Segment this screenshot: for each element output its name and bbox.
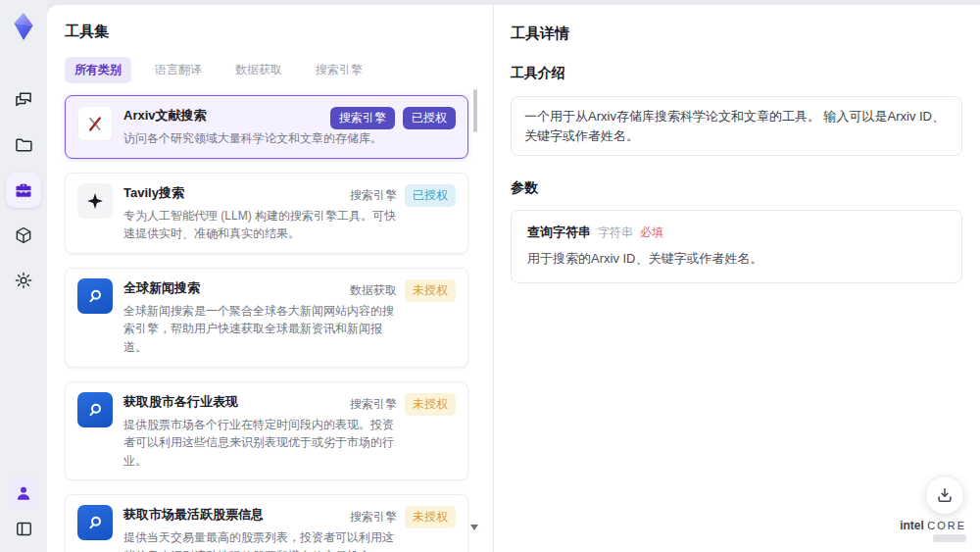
tool-intro-text: 一个用于从Arxiv存储库搜索科学论文和文章的工具。 输入可以是Arxiv ID… [524, 109, 945, 143]
sidebar [0, 0, 47, 552]
intro-section-title: 工具介绍 [511, 65, 962, 82]
tool-tags: 搜索引擎 已授权 [330, 107, 456, 129]
tool-description: 专为人工智能代理 (LLM) 构建的搜索引擎工具。可快速提供实时、准确和真实的结… [123, 207, 396, 243]
sidebar-item-collapse[interactable] [8, 513, 39, 544]
tool-detail-panel: 工具详情 工具介绍 一个用于从Arxiv存储库搜索科学论文和文章的工具。 输入可… [494, 5, 980, 552]
tool-card-list: Arxiv文献搜索 访问各个研究领域大量科学论文和文章的存储库。 搜索引擎 已授… [65, 95, 468, 552]
panel-toggle-icon [15, 520, 33, 538]
tool-card-most-active-stocks[interactable]: 获取市场最活跃股票信息 提供当天交易量最高的股票列表，投资者可以利用这些信息来识… [65, 494, 468, 552]
gear-icon [14, 271, 33, 290]
parameter-description: 用于搜索的Arxiv ID、关键字或作者姓名。 [527, 250, 946, 268]
auth-status-badge: 未授权 [405, 393, 456, 416]
tool-description: 提供当天交易量最高的股票列表，投资者可以利用这些信息来识别流动性强的股票和潜在的… [123, 528, 396, 552]
sidebar-item-chat[interactable] [6, 82, 41, 118]
detail-panel-title: 工具详情 [511, 25, 962, 43]
cube-icon [14, 226, 33, 245]
sidebar-item-files[interactable] [6, 127, 41, 163]
tool-intro-box: 一个用于从Arxiv存储库搜索科学论文和文章的工具。 输入可以是Arxiv ID… [511, 96, 962, 156]
category-tag[interactable]: 搜索引擎 [330, 107, 395, 129]
tool-tags: 搜索引擎 未授权 [350, 393, 456, 416]
toolbox-icon [14, 180, 33, 200]
tab-data-acquisition[interactable]: 数据获取 [225, 57, 292, 83]
parameter-header: 查询字符串 字符串 必填 [527, 224, 946, 241]
tool-card-sector-performance[interactable]: 获取股市各行业表现 提供股票市场各个行业在特定时间段内的表现。投资者可以利用这些… [65, 381, 468, 481]
download-icon [935, 485, 955, 505]
sidebar-item-models[interactable] [6, 218, 41, 253]
blue-search-icon [77, 505, 113, 540]
main-content: 工具集 所有类别 语言翻译 数据获取 搜索引擎 Arxiv文献搜索 访问各个研究… [47, 5, 980, 552]
auth-status-badge: 未授权 [405, 279, 456, 302]
tab-language-translation[interactable]: 语言翻译 [145, 57, 212, 83]
auth-status-badge: 已授权 [405, 184, 456, 207]
category-tag: 搜索引擎 [350, 509, 397, 526]
tool-card-arxiv[interactable]: Arxiv文献搜索 访问各个研究领域大量科学论文和文章的存储库。 搜索引擎 已授… [65, 95, 468, 159]
intel-core-logo: intel CORE [900, 519, 966, 542]
list-scrollbar-thumb[interactable] [473, 89, 477, 132]
sidebar-item-account[interactable] [8, 477, 39, 509]
parameter-card: 查询字符串 字符串 必填 用于搜索的Arxiv ID、关键字或作者姓名。 [511, 210, 962, 283]
tool-list-panel: 工具集 所有类别 语言翻译 数据获取 搜索引擎 Arxiv文献搜索 访问各个研究… [47, 5, 493, 552]
sidebar-bottom [8, 477, 39, 544]
sidebar-nav [6, 82, 41, 298]
parameter-type: 字符串 [598, 225, 633, 241]
auth-status-tag[interactable]: 已授权 [403, 107, 456, 129]
parameter-name: 查询字符串 [527, 224, 591, 241]
tool-card-tavily[interactable]: Tavily搜索 专为人工智能代理 (LLM) 构建的搜索引擎工具。可快速提供实… [65, 173, 468, 254]
page-title: 工具集 [65, 23, 493, 41]
blue-search-icon [77, 278, 113, 314]
auth-status-badge: 未授权 [405, 506, 456, 528]
sparkle-icon [77, 183, 113, 219]
category-tag: 数据获取 [350, 282, 397, 299]
tool-tags: 搜索引擎 未授权 [350, 506, 456, 528]
app-logo-icon [11, 12, 36, 41]
tool-tags: 数据获取 未授权 [350, 279, 456, 302]
download-button[interactable] [925, 476, 964, 515]
parameter-required-flag: 必填 [640, 225, 663, 241]
category-tag: 搜索引擎 [350, 187, 397, 204]
user-icon [15, 484, 32, 502]
arxiv-icon [77, 106, 113, 141]
tool-description: 提供股票市场各个行业在特定时间段内的表现。投资者可以利用这些信息来识别表现优于或… [123, 416, 396, 471]
sidebar-item-settings[interactable] [6, 263, 41, 298]
tool-card-global-news[interactable]: 全球新闻搜索 全球新闻搜索是一个聚合全球各大新闻网站内容的搜索引擎，帮助用户快速… [65, 268, 468, 368]
tab-search-engine[interactable]: 搜索引擎 [306, 57, 372, 83]
tool-description: 全球新闻搜索是一个聚合全球各大新闻网站内容的搜索引擎，帮助用户快速获取全球最新资… [123, 302, 396, 357]
tool-description: 访问各个研究领域大量科学论文和文章的存储库。 [123, 129, 396, 148]
intel-wordmark: intel [900, 519, 924, 532]
intel-ultra-badge [933, 534, 966, 542]
category-tabs: 所有类别 语言翻译 数据获取 搜索引擎 [65, 57, 493, 83]
chat-icon [14, 90, 33, 110]
blue-search-icon [77, 392, 113, 427]
app-logo[interactable] [7, 8, 40, 45]
category-tag: 搜索引擎 [350, 396, 397, 413]
intel-core-text: intel CORE [900, 519, 966, 532]
folder-icon [14, 135, 33, 155]
list-scroll-down-arrow[interactable] [470, 525, 478, 530]
sidebar-item-tools[interactable] [6, 173, 41, 208]
core-wordmark: CORE [927, 520, 966, 531]
params-section-title: 参数 [511, 179, 962, 197]
tool-tags: 搜索引擎 已授权 [350, 184, 456, 207]
tab-all-categories[interactable]: 所有类别 [65, 57, 131, 83]
